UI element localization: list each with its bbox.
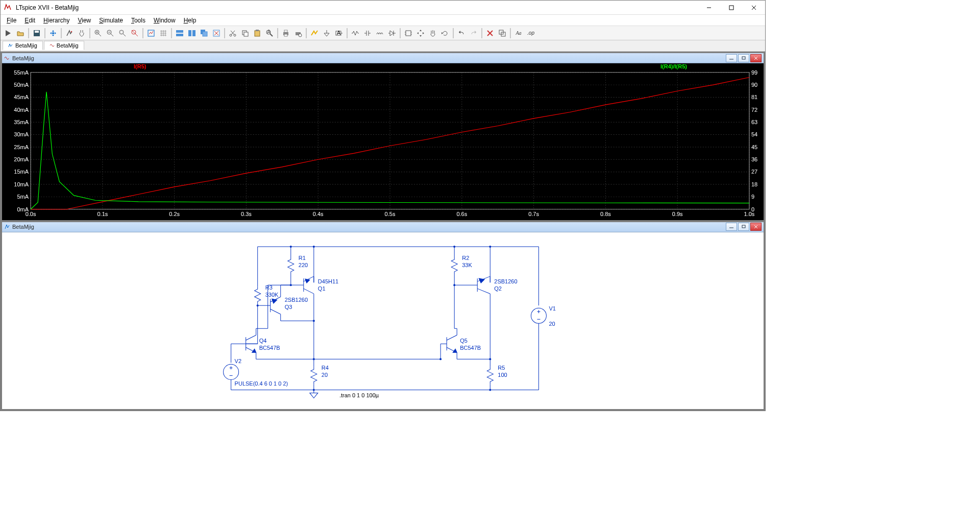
- R2-value[interactable]: 33K: [462, 262, 472, 268]
- R4-value[interactable]: 20: [322, 372, 328, 378]
- toolbar-component-button[interactable]: [403, 28, 414, 39]
- toolbar-save-button[interactable]: [31, 28, 42, 39]
- schematic-pane-body[interactable]: R1 220 R2 33K: [2, 232, 764, 409]
- minimize-button[interactable]: [698, 1, 720, 15]
- toolbar-delete-button[interactable]: [484, 28, 496, 39]
- menu-simulate[interactable]: Simulate: [95, 16, 127, 25]
- toolbar-drag-button[interactable]: [427, 28, 438, 39]
- Q4-symbol[interactable]: [231, 285, 441, 363]
- menu-file[interactable]: File: [3, 16, 20, 25]
- toolbar-spice-directive-button[interactable]: .op: [525, 28, 536, 39]
- toolbar-zoom-fit-button[interactable]: [117, 28, 128, 39]
- R2-name[interactable]: R2: [462, 255, 469, 261]
- pane-close-button[interactable]: [750, 54, 762, 62]
- toolbar-separator: [142, 28, 143, 38]
- toolbar-autorange-button[interactable]: [145, 28, 157, 39]
- schematic-pane-titlebar[interactable]: BetaMjig: [2, 222, 764, 232]
- toolbar-cut-button[interactable]: [227, 28, 238, 39]
- spice-directive-text[interactable]: .tran 0 1 0 100µ: [339, 392, 379, 398]
- pane-minimize-button[interactable]: [726, 54, 737, 62]
- toolbar-rotate-button[interactable]: [439, 28, 451, 39]
- toolbar-duplicate-button[interactable]: [497, 28, 508, 39]
- toolbar-print-button[interactable]: [280, 28, 291, 39]
- R3-value[interactable]: 330K: [265, 292, 279, 298]
- doctab-schem-betamjig[interactable]: BetaMjig: [3, 41, 43, 50]
- toolbar-redo-button[interactable]: [468, 28, 479, 39]
- pane-restore-button[interactable]: [738, 54, 749, 62]
- Q4-model[interactable]: BC547B: [259, 345, 280, 351]
- menu-hierarchy[interactable]: Hierarchy: [39, 16, 74, 25]
- toolbar-capacitor-button[interactable]: [362, 28, 373, 39]
- waveform-plot[interactable]: 0mA05mA910mA1815mA2720mA3625mA4530mA5435…: [2, 70, 764, 220]
- toolbar-control-panel-button[interactable]: [47, 28, 59, 39]
- schematic-canvas[interactable]: R1 220 R2 33K: [2, 232, 764, 409]
- toolbar-undo-button[interactable]: [456, 28, 467, 39]
- toolbar-tile-horz-button[interactable]: [174, 28, 185, 39]
- Q5-model[interactable]: BC547B: [460, 345, 481, 351]
- Q5-name[interactable]: Q5: [460, 338, 468, 344]
- svg-text:55mA: 55mA: [14, 70, 29, 75]
- R3-name[interactable]: R3: [265, 284, 273, 291]
- toolbar-find-button[interactable]: A: [264, 28, 275, 39]
- R1-name[interactable]: R1: [299, 255, 306, 261]
- V1-symbol[interactable]: [531, 308, 546, 390]
- maximize-button[interactable]: [720, 1, 743, 15]
- toolbar-zoom-out-button[interactable]: [105, 28, 116, 39]
- Q2-name[interactable]: Q2: [494, 285, 502, 292]
- toolbar-toggle-grid-button[interactable]: [158, 28, 169, 39]
- toolbar-copy-button[interactable]: [239, 28, 251, 39]
- pane-minimize-button[interactable]: [726, 223, 737, 231]
- pane-close-button[interactable]: [750, 223, 762, 231]
- toolbar-setup-print-button[interactable]: [292, 28, 304, 39]
- menu-window[interactable]: Window: [150, 16, 180, 25]
- toolbar-text-Aa-button[interactable]: Aa: [513, 28, 524, 39]
- legend-trace-1[interactable]: I(R5): [33, 63, 248, 70]
- toolbar-inductor-button[interactable]: [374, 28, 385, 39]
- toolbar-separator: [224, 28, 225, 38]
- svg-text:9: 9: [751, 194, 754, 200]
- toolbar-label-net-button[interactable]: A: [333, 28, 345, 39]
- titlebar[interactable]: LTspice XVII - BetaMjig: [1, 1, 765, 15]
- toolbar-diode-button[interactable]: [386, 28, 398, 39]
- toolbar-resistor-button[interactable]: [350, 28, 361, 39]
- menu-edit[interactable]: Edit: [20, 16, 39, 25]
- V1-value[interactable]: 20: [549, 321, 555, 327]
- toolbar-ground-button[interactable]: [321, 28, 332, 39]
- Q1-name[interactable]: Q1: [318, 285, 326, 292]
- R5-name[interactable]: R5: [498, 365, 505, 371]
- toolbar-close-all-button[interactable]: [211, 28, 222, 39]
- toolbar-paste-button[interactable]: [252, 28, 263, 39]
- pane-restore-button[interactable]: [738, 223, 749, 231]
- Q1-model[interactable]: D45H11: [318, 278, 338, 284]
- legend-trace-2[interactable]: I(R4)/I(R5): [248, 63, 748, 70]
- toolbar-tile-vert-button[interactable]: [186, 28, 198, 39]
- waveform-pane-titlebar[interactable]: BetaMjig: [2, 53, 764, 63]
- toolbar-run-sim-button[interactable]: [64, 28, 75, 39]
- toolbar-cascade-button[interactable]: [199, 28, 210, 39]
- svg-text:30mA: 30mA: [14, 132, 29, 138]
- menu-help[interactable]: Help: [180, 16, 201, 25]
- toolbar-draw-wire-button[interactable]: [309, 28, 320, 39]
- menu-tools[interactable]: Tools: [127, 16, 150, 25]
- toolbar-zoom-rect-button[interactable]: [129, 28, 140, 39]
- Q4-name[interactable]: Q4: [259, 338, 267, 344]
- Q3-name[interactable]: Q3: [285, 304, 292, 310]
- Q3-model[interactable]: 2SB1260: [285, 297, 308, 303]
- Q2-model[interactable]: 2SB1260: [494, 278, 517, 284]
- V2-name[interactable]: V2: [235, 358, 241, 364]
- V1-name[interactable]: V1: [549, 305, 555, 312]
- menu-view[interactable]: View: [74, 16, 95, 25]
- doctab-wave-betamjig[interactable]: BetaMjig: [44, 41, 84, 50]
- toolbar-run-button[interactable]: [3, 28, 14, 39]
- ground-symbol[interactable]: [310, 390, 318, 398]
- waveform-pane-body[interactable]: I(R5) I(R4)/I(R5) 0mA05mA910mA1815mA2720…: [2, 63, 764, 220]
- toolbar-zoom-in-button[interactable]: [92, 28, 104, 39]
- V2-value[interactable]: PULSE(0.4 6 0 1 0 2): [235, 380, 288, 387]
- toolbar-pan-button[interactable]: [76, 28, 87, 39]
- R5-value[interactable]: 100: [498, 372, 507, 378]
- R4-name[interactable]: R4: [322, 365, 329, 371]
- R1-value[interactable]: 220: [299, 262, 308, 268]
- toolbar-open-button[interactable]: [15, 28, 26, 39]
- close-button[interactable]: [743, 1, 765, 15]
- toolbar-move-button[interactable]: [415, 28, 426, 39]
